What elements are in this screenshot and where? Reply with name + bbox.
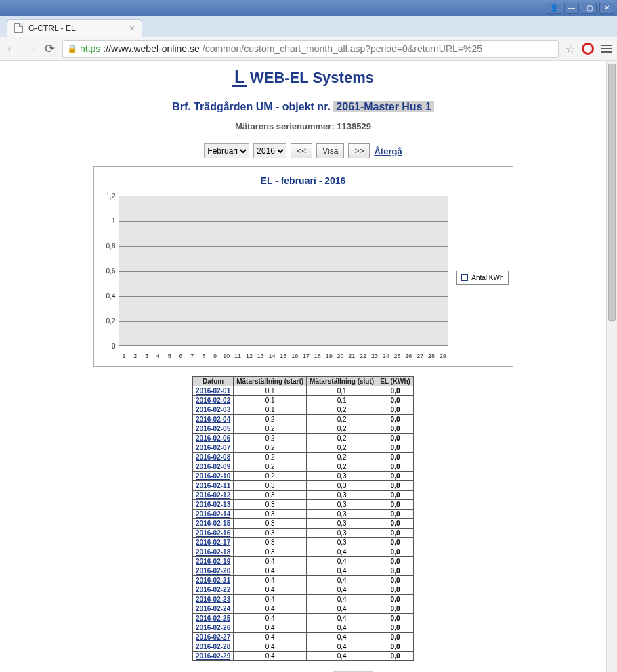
date-cell[interactable]: 2016-02-22 — [193, 585, 234, 595]
x-tick-label: 12 — [246, 353, 253, 359]
el-cell: 0,0 — [377, 462, 414, 472]
value-cell: 0,2 — [307, 434, 377, 443]
url-input[interactable]: 🔒 https ://www.webel-online.se /common/c… — [62, 40, 559, 58]
close-window-button[interactable]: ✕ — [599, 3, 614, 14]
x-tick-label: 7 — [190, 353, 194, 359]
el-cell: 0,0 — [377, 443, 414, 453]
x-tick-label: 25 — [394, 353, 401, 359]
x-tick-label: 24 — [383, 353, 389, 359]
value-cell: 0,3 — [234, 481, 307, 491]
value-cell: 0,3 — [307, 472, 377, 481]
legend-swatch — [461, 274, 468, 281]
forward-button[interactable]: → — [24, 43, 37, 55]
date-cell[interactable]: 2016-02-24 — [193, 604, 234, 614]
date-cell[interactable]: 2016-02-23 — [193, 595, 234, 604]
table-header: EL (KWh) — [377, 377, 414, 386]
el-cell: 0,0 — [377, 538, 414, 547]
value-cell: 0,3 — [234, 491, 307, 500]
el-cell: 0,0 — [377, 614, 414, 623]
next-button[interactable]: >> — [348, 143, 370, 158]
show-button[interactable]: Visa — [316, 143, 344, 158]
date-cell[interactable]: 2016-02-29 — [193, 652, 234, 661]
value-cell: 0,3 — [307, 500, 377, 510]
table-row: 2016-02-040,20,20,0 — [193, 415, 414, 424]
value-cell: 0,4 — [234, 623, 307, 633]
x-tick-label: 16 — [291, 353, 298, 359]
value-cell: 0,4 — [307, 633, 377, 642]
browser-tab[interactable]: G-CTRL - EL × — [7, 19, 142, 37]
date-cell[interactable]: 2016-02-26 — [193, 623, 234, 633]
date-cell[interactable]: 2016-02-05 — [193, 424, 234, 434]
minimize-button[interactable]: — — [564, 3, 579, 14]
value-cell: 0,1 — [307, 386, 377, 396]
return-link[interactable]: Återgå — [374, 146, 402, 156]
prev-button[interactable]: << — [291, 143, 312, 158]
x-tick-label: 10 — [223, 353, 230, 359]
date-cell[interactable]: 2016-02-01 — [193, 386, 234, 396]
value-cell: 0,4 — [234, 633, 307, 642]
date-cell[interactable]: 2016-02-21 — [193, 576, 234, 585]
url-path: /common/custom_chart_month_all.asp?perio… — [203, 43, 482, 54]
tab-title: G-CTRL - EL — [28, 24, 76, 33]
table-row: 2016-02-160,30,30,0 — [193, 529, 414, 538]
date-cell[interactable]: 2016-02-12 — [193, 491, 234, 500]
value-cell: 0,2 — [307, 462, 377, 472]
user-icon[interactable]: 👤 — [547, 3, 561, 14]
el-cell: 0,0 — [377, 595, 414, 604]
maximize-button[interactable]: ▢ — [582, 3, 597, 14]
date-cell[interactable]: 2016-02-27 — [193, 633, 234, 642]
el-cell: 0,0 — [377, 510, 414, 519]
table-row: 2016-02-220,40,40,0 — [193, 585, 414, 595]
x-tick-label: 5 — [168, 353, 171, 359]
table-row: 2016-02-100,20,30,0 — [193, 472, 414, 481]
y-tick-label: 0,2 — [98, 317, 116, 325]
date-cell[interactable]: 2016-02-04 — [193, 415, 234, 424]
date-cell[interactable]: 2016-02-25 — [193, 614, 234, 623]
legend-label: Antal KWh — [471, 274, 503, 282]
date-cell[interactable]: 2016-02-28 — [193, 642, 234, 652]
value-cell: 0,1 — [234, 396, 307, 405]
date-cell[interactable]: 2016-02-09 — [193, 462, 234, 472]
date-cell[interactable]: 2016-02-07 — [193, 443, 234, 453]
el-cell: 0,0 — [377, 481, 414, 491]
el-cell: 0,0 — [377, 453, 414, 462]
date-cell[interactable]: 2016-02-10 — [193, 472, 234, 481]
table-row: 2016-02-240,40,40,0 — [193, 604, 414, 614]
date-cell[interactable]: 2016-02-18 — [193, 547, 234, 557]
scrollbar[interactable] — [606, 61, 617, 672]
year-select[interactable]: 2016 — [253, 143, 286, 158]
back-button[interactable]: ← — [5, 43, 18, 55]
x-tick-label: 22 — [360, 353, 366, 359]
scrollbar-thumb[interactable] — [608, 64, 616, 321]
el-cell: 0,0 — [377, 576, 414, 585]
grid-line — [119, 246, 448, 247]
bookmark-icon[interactable]: ☆ — [566, 43, 575, 55]
chart-plot: 1234567891011121314151617181920212223242… — [98, 193, 449, 362]
date-cell[interactable]: 2016-02-15 — [193, 519, 234, 529]
date-cell[interactable]: 2016-02-20 — [193, 566, 234, 576]
date-cell[interactable]: 2016-02-03 — [193, 405, 234, 415]
el-cell: 0,0 — [377, 519, 414, 529]
close-tab-icon[interactable]: × — [129, 23, 135, 34]
month-select[interactable]: Februari — [204, 143, 249, 158]
date-cell[interactable]: 2016-02-08 — [193, 453, 234, 462]
date-cell[interactable]: 2016-02-16 — [193, 529, 234, 538]
el-cell: 0,0 — [377, 405, 414, 415]
date-cell[interactable]: 2016-02-11 — [193, 481, 234, 491]
grid-line — [119, 221, 448, 222]
value-cell: 0,2 — [234, 434, 307, 443]
browser-toolbar: ← → ⟳ 🔒 https ://www.webel-online.se /co… — [0, 37, 617, 61]
date-cell[interactable]: 2016-02-17 — [193, 538, 234, 547]
value-cell: 0,2 — [307, 415, 377, 424]
reload-button[interactable]: ⟳ — [43, 43, 56, 55]
opera-icon[interactable] — [582, 43, 594, 55]
el-cell: 0,0 — [377, 415, 414, 424]
date-cell[interactable]: 2016-02-13 — [193, 500, 234, 510]
date-cell[interactable]: 2016-02-02 — [193, 396, 234, 405]
value-cell: 0,4 — [234, 652, 307, 661]
date-cell[interactable]: 2016-02-14 — [193, 510, 234, 519]
menu-icon[interactable] — [601, 45, 612, 53]
date-cell[interactable]: 2016-02-19 — [193, 557, 234, 566]
el-cell: 0,0 — [377, 604, 414, 614]
date-cell[interactable]: 2016-02-06 — [193, 434, 234, 443]
